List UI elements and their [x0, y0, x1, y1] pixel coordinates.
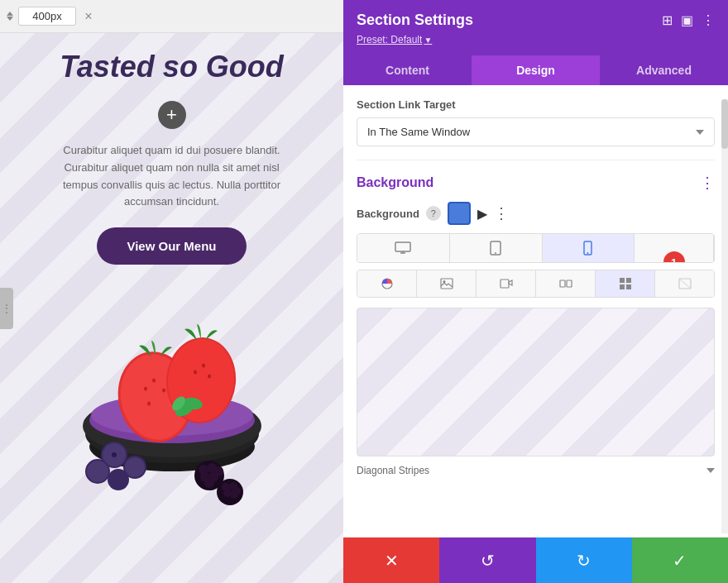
- divider: [357, 160, 715, 160]
- settings-title-row: Section Settings ⊞ ▣ ⋮: [357, 12, 715, 29]
- svg-point-26: [108, 469, 129, 490]
- background-options-icon[interactable]: ⋮: [700, 174, 715, 192]
- mode-buttons-row: [357, 270, 715, 298]
- scrollbar-thumb[interactable]: [721, 99, 728, 149]
- background-footer: Diagonal Stripes: [357, 465, 715, 476]
- slide-mode-btn[interactable]: [536, 270, 596, 297]
- svg-point-23: [125, 457, 145, 477]
- background-cursor-icon[interactable]: ▶: [477, 206, 487, 222]
- svg-point-14: [202, 364, 205, 368]
- desktop-type-btn[interactable]: [357, 234, 450, 262]
- background-section-heading: Background ⋮: [357, 174, 715, 192]
- background-preview: [357, 308, 715, 456]
- action-bar: ✕ ↺ ↻ ✓: [343, 537, 728, 583]
- svg-point-7: [144, 387, 147, 391]
- food-image: [56, 281, 288, 513]
- cancel-button[interactable]: ✕: [343, 538, 439, 583]
- section-link-select[interactable]: In The Same Window: [357, 117, 715, 146]
- svg-rect-52: [620, 278, 625, 283]
- image-mode-btn[interactable]: [417, 270, 477, 297]
- reset-button[interactable]: ↺: [439, 538, 535, 583]
- svg-point-10: [147, 402, 151, 406]
- body-text: Curabitur aliquet quam id dui posuere bl…: [48, 142, 296, 211]
- settings-title: Section Settings: [357, 12, 473, 29]
- tablet-type-btn[interactable]: [450, 234, 543, 262]
- svg-point-39: [230, 490, 238, 499]
- background-controls-row: Background ? ▶ ⋮: [357, 202, 715, 225]
- svg-point-8: [152, 379, 156, 383]
- color-mode-btn[interactable]: [357, 270, 417, 297]
- size-down-arrow[interactable]: [7, 17, 13, 21]
- close-icon[interactable]: ×: [81, 9, 96, 24]
- settings-header: Section Settings ⊞ ▣ ⋮ Preset: Default▼: [343, 0, 728, 55]
- size-input[interactable]: [18, 7, 76, 26]
- svg-point-9: [162, 389, 165, 393]
- header-icons: ⊞ ▣ ⋮: [662, 12, 715, 28]
- size-stepper[interactable]: [7, 12, 13, 21]
- svg-rect-55: [626, 284, 631, 289]
- notification-badge: 1: [663, 251, 685, 263]
- svg-point-33: [204, 478, 214, 488]
- device-type-container: 1: [357, 233, 715, 263]
- bg-select-arrow[interactable]: [706, 468, 715, 473]
- sidebar-icon[interactable]: ▣: [681, 12, 693, 28]
- device-type-row: 1: [357, 233, 715, 263]
- svg-point-15: [208, 375, 211, 379]
- bg-pattern-label: Diagonal Stripes: [357, 465, 429, 476]
- settings-preset[interactable]: Preset: Default▼: [357, 34, 715, 45]
- svg-point-25: [87, 461, 108, 482]
- mask-mode-btn[interactable]: [655, 270, 714, 297]
- svg-point-13: [194, 370, 197, 375]
- svg-point-21: [112, 452, 117, 457]
- section-link-target-group: Section Link Target In The Same Window: [357, 98, 715, 146]
- size-up-arrow[interactable]: [7, 12, 13, 16]
- tab-advanced[interactable]: Advanced: [600, 55, 728, 85]
- svg-rect-47: [441, 279, 453, 289]
- background-label: Background: [357, 208, 419, 220]
- svg-point-46: [587, 252, 589, 254]
- preview-panel: × Tasted so Good + Curabitur aliquet qua…: [0, 0, 343, 583]
- more-icon[interactable]: ⋮: [702, 12, 715, 28]
- scrollbar-track[interactable]: [721, 99, 728, 533]
- save-button[interactable]: ✓: [632, 538, 728, 583]
- preview-content: Tasted so Good + Curabitur aliquet quam …: [0, 33, 343, 583]
- video-mode-btn[interactable]: [477, 270, 536, 297]
- background-color-swatch[interactable]: [448, 202, 471, 225]
- pattern-mode-btn[interactable]: [596, 270, 655, 297]
- tab-design[interactable]: Design: [472, 55, 600, 85]
- menu-button[interactable]: View Our Menu: [97, 227, 246, 265]
- svg-rect-49: [500, 280, 509, 288]
- svg-rect-53: [626, 278, 631, 283]
- section-link-label: Section Link Target: [357, 98, 715, 111]
- background-title: Background: [357, 175, 433, 190]
- background-more-icon[interactable]: ⋮: [494, 204, 509, 222]
- redo-button[interactable]: ↻: [536, 538, 632, 583]
- svg-rect-50: [560, 280, 565, 287]
- svg-rect-40: [395, 242, 410, 251]
- page-title: Tasted so Good: [60, 50, 284, 84]
- settings-panel: Section Settings ⊞ ▣ ⋮ Preset: Default▼ …: [343, 0, 728, 583]
- add-content-button[interactable]: +: [158, 101, 186, 129]
- settings-body: Section Link Target In The Same Window B…: [343, 85, 728, 537]
- tab-content[interactable]: Content: [343, 55, 472, 85]
- svg-point-44: [495, 252, 496, 254]
- resize-handle[interactable]: [0, 288, 13, 329]
- svg-rect-51: [567, 280, 572, 287]
- svg-rect-54: [620, 284, 625, 289]
- mobile-type-btn[interactable]: [543, 234, 635, 262]
- expand-icon[interactable]: ⊞: [662, 12, 673, 28]
- preview-toolbar: ×: [0, 0, 343, 33]
- settings-tabs: Content Design Advanced: [343, 55, 728, 85]
- background-help-icon[interactable]: ?: [426, 206, 441, 221]
